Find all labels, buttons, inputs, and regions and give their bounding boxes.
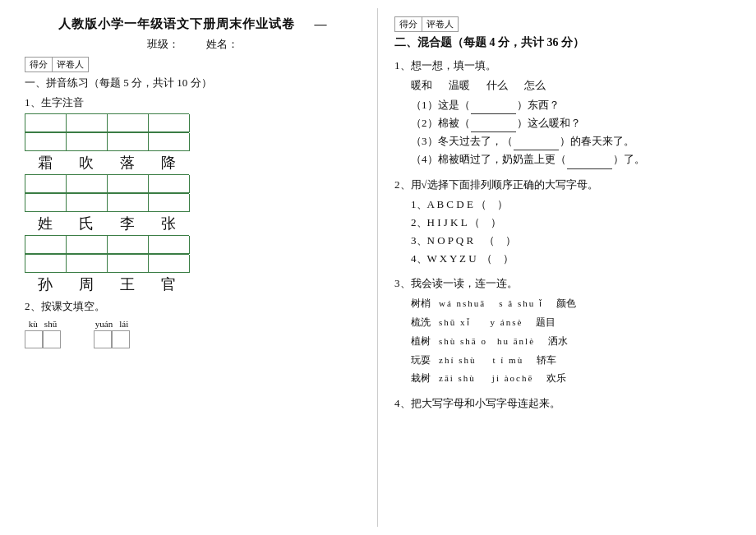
ruby-row-2: 梳洗 shū xǐ y ánsè 题目 [411, 313, 740, 332]
q3-block: 3、我会读一读，连一连。 树梢 wá nshuā s ă shu ǐ 颜色 梳洗… [394, 274, 740, 388]
char-row-2: 姓 氏 李 张 [25, 214, 361, 233]
q4-block: 4、把大写字母和小写字母连起来。 [394, 394, 740, 413]
abc-row-1: 1、A B C D E （ ） [394, 196, 740, 214]
q1-title: 1、想一想，填一填。 [394, 57, 740, 75]
fill-boxes-1 [25, 330, 61, 348]
char-xing: 姓 [25, 214, 66, 233]
grid-row-3b [25, 254, 189, 273]
q2-label: 2、按课文填空。 [25, 299, 361, 314]
word-bank: 暖和 温暖 什么 怎么 [394, 76, 740, 95]
score-label-r: 得分 [395, 17, 422, 31]
reviewer-label: 评卷人 [53, 58, 88, 71]
bottom-fill-area: kù shū yuán lái [25, 319, 361, 348]
grid-row-3a [25, 235, 189, 254]
title-dash: — [314, 17, 327, 30]
char-shuang: 霜 [25, 153, 66, 173]
ruby-area: 树梢 wá nshuā s ă shu ǐ 颜色 梳洗 shū xǐ y áns… [394, 294, 740, 388]
score-box-right: 得分 评卷人 [394, 16, 459, 32]
char-zhou: 周 [66, 274, 107, 294]
abc-row-4: 4、W X Y Z U （ ） [394, 250, 740, 268]
abc-row-2: 2、H I J K L （ ） [394, 214, 740, 232]
ruby-row-4: 玩耍 zhí shù t í mù 轿车 [411, 351, 740, 370]
fill-group-1: kù shū [25, 319, 61, 348]
section1-header: 一、拼音练习（每题 5 分，共计 10 分） [25, 76, 361, 90]
title-text: 人教版小学一年级语文下册周末作业试卷 [58, 17, 295, 30]
score-label: 得分 [25, 58, 53, 71]
fill-label-2: yuán lái [95, 319, 128, 329]
right-panel: 得分 评卷人 二、混合题（每题 4 分，共计 36 分） 1、想一想，填一填。 … [378, 8, 756, 527]
char-li: 李 [107, 214, 148, 233]
left-panel: 人教版小学一年级语文下册周末作业试卷 — 班级： 姓名： 得分 评卷人 一、拼音… [0, 8, 378, 527]
char-row-3: 孙 周 王 官 [25, 274, 361, 294]
sub3: （3）冬天过去了，（）的春天来了。 [394, 132, 740, 150]
ruby-row-1: 树梢 wá nshuā s ă shu ǐ 颜色 [411, 294, 740, 313]
q4-title: 4、把大写字母和小写字母连起来。 [394, 394, 740, 413]
grid-block-2 [25, 174, 361, 212]
char-zhang: 张 [148, 214, 189, 233]
main-title: 人教版小学一年级语文下册周末作业试卷 — [25, 16, 361, 32]
q3-title: 3、我会读一读，连一连。 [394, 274, 740, 293]
fill-label-1: kù shū [29, 319, 57, 329]
char-chui: 吹 [66, 153, 107, 173]
sub2: （2）棉被（）这么暖和？ [394, 114, 740, 132]
section1-text: 一、拼音练习（每题 5 分，共计 10 分） [25, 76, 212, 89]
char-row-1: 霜 吹 落 降 [25, 153, 361, 173]
page: 人教版小学一年级语文下册周末作业试卷 — 班级： 姓名： 得分 评卷人 一、拼音… [0, 0, 756, 535]
score-box-left: 得分 评卷人 [25, 57, 89, 72]
sub4: （4）棉被晒过了，奶奶盖上更（）了。 [394, 150, 740, 168]
ruby-row-5: 栽树 zāi shù ji àochē 欢乐 [411, 369, 740, 388]
q1-block: 1、想一想，填一填。 暖和 温暖 什么 怎么 （1）这是（）东西？ （2）棉被（… [394, 57, 740, 169]
char-wang: 王 [107, 274, 148, 294]
char-jiang: 降 [148, 153, 189, 173]
name-label: 姓名： [206, 38, 238, 50]
sub1: （1）这是（）东西？ [394, 96, 740, 114]
class-label: 班级： [147, 38, 179, 50]
grid-row-2b [25, 193, 189, 212]
grid-row-2a [25, 174, 189, 193]
q1-label: 1、生字注音 [25, 95, 361, 110]
char-sun: 孙 [25, 274, 66, 294]
section2-header: 二、混合题（每题 4 分，共计 36 分） [394, 35, 740, 50]
grid-row-1a [25, 113, 189, 132]
char-guan: 官 [148, 274, 189, 294]
grid-block-3 [25, 235, 361, 273]
grid-row-1b [25, 132, 189, 151]
q2-title: 2、用√选择下面排列顺序正确的大写字母。 [394, 176, 740, 194]
abc-row-3: 3、N O P Q R （ ） [394, 232, 740, 250]
char-luo: 落 [107, 153, 148, 173]
reviewer-label-r: 评卷人 [422, 17, 458, 31]
grid-block-1 [25, 113, 361, 151]
fill-group-2: yuán lái [94, 319, 130, 348]
q2-block: 2、用√选择下面排列顺序正确的大写字母。 1、A B C D E （ ） 2、H… [394, 176, 740, 268]
char-shi: 氏 [66, 214, 107, 233]
class-name-row: 班级： 姓名： [25, 37, 361, 52]
ruby-row-3: 植树 shù shā o hu ānlè 洒水 [411, 332, 740, 351]
fill-boxes-2 [94, 330, 130, 348]
